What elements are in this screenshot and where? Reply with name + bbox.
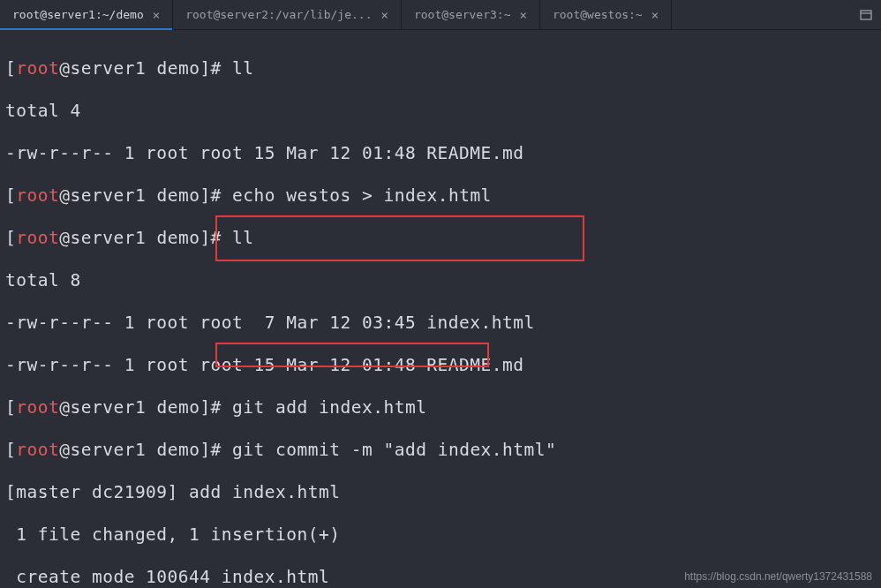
terminal-line: -rw-r--r-- 1 root root 15 Mar 12 01:48 R… [5,355,876,376]
close-icon[interactable]: × [380,8,388,22]
tab-server2[interactable]: root@server2:/var/lib/je... × [173,0,402,29]
watermark: https://blog.csdn.net/qwerty1372431588 [684,570,872,583]
tab-server1[interactable]: root@server1:~/demo × [0,0,173,29]
terminal-line: [root@server1 demo]# git commit -m "add … [5,440,876,461]
command: ll [222,58,254,79]
close-icon[interactable]: × [520,8,527,22]
terminal-line: -rw-r--r-- 1 root root 15 Mar 12 01:48 R… [5,143,876,164]
terminal-line: 1 file changed, 1 insertion(+) [5,524,876,546]
terminal-line: [root@server1 demo]# ll [5,58,876,79]
command: echo westos > index.html [222,185,492,206]
tab-bar: root@server1:~/demo × root@server2:/var/… [0,0,881,30]
terminal-line: [root@server1 demo]# git add index.html [5,397,876,418]
command: git add index.html [222,397,427,418]
terminal-line: total 4 [5,101,876,122]
new-tab-icon[interactable] [851,0,881,29]
tab-label: root@westos:~ [553,8,643,21]
terminal-output[interactable]: [root@server1 demo]# ll total 4 -rw-r--r… [0,30,881,588]
terminal-line: [root@server1 demo]# ll [5,228,876,249]
terminal-line: total 8 [5,270,876,291]
tab-label: root@server2:/var/lib/je... [185,8,372,21]
tab-label: root@server1:~/demo [12,8,144,21]
terminal-line: [master dc21909] add index.html [5,482,876,503]
command: git commit -m "add index.html" [222,440,556,460]
tab-spacer [672,0,851,29]
command: ll [222,228,254,248]
terminal-line: [root@server1 demo]# echo westos > index… [5,185,876,207]
close-icon[interactable]: × [153,8,160,22]
tab-server3[interactable]: root@server3:~ × [402,0,540,29]
terminal-line: -rw-r--r-- 1 root root 7 Mar 12 03:45 in… [5,313,876,334]
tab-label: root@server3:~ [414,8,511,21]
tab-westos[interactable]: root@westos:~ × [540,0,672,29]
close-icon[interactable]: × [651,8,659,22]
svg-rect-0 [861,11,871,19]
